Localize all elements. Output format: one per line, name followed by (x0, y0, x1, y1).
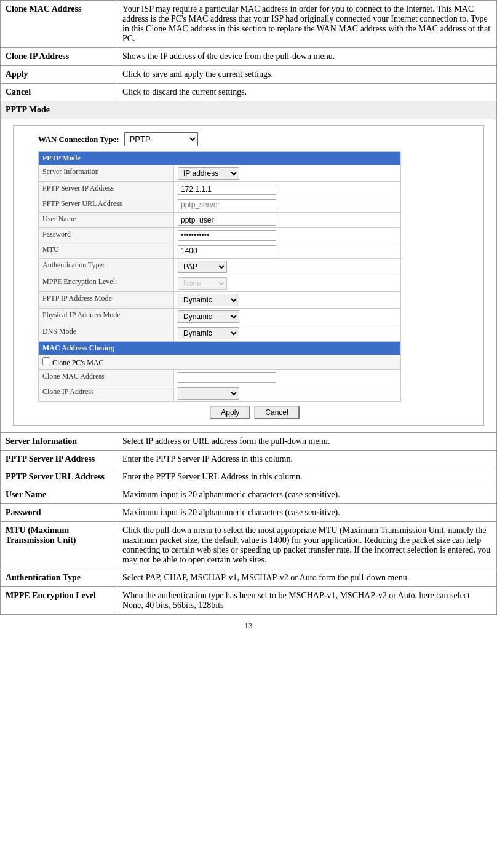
table-row: MPPE Encryption Level When the authentic… (1, 587, 497, 615)
pptp-ip-mode-row: PPTP IP Address Mode Dynamic (39, 292, 401, 309)
pptp-ip-mode-label: PPTP IP Address Mode (39, 292, 174, 309)
pptp-server-url-cell (174, 197, 401, 213)
table-row: Authentication Type Select PAP, CHAP, MS… (1, 569, 497, 587)
clone-pc-mac-checkbox[interactable] (42, 357, 50, 365)
pptp-mppe-select[interactable]: None (178, 277, 227, 290)
pptp-physical-ip-label: Physical IP Address Mode (39, 309, 174, 325)
pptp-server-ip-cell (174, 182, 401, 197)
pptp-screenshot: WAN Connection Type: PPTP PPTP Mode Serv… (13, 125, 484, 426)
pptp-dns-mode-cell: Dynamic (174, 325, 401, 342)
pptp-server-ip-label: PPTP Server IP Address (39, 182, 174, 197)
clone-mac-input[interactable] (178, 372, 276, 383)
clone-pc-mac-row: Clone PC's MAC (39, 355, 401, 370)
pptp-auth-type-cell: PAP (174, 259, 401, 275)
pptp-server-info-row: Server Information IP address (39, 165, 401, 182)
clone-mac-row: Clone MAC Address (39, 370, 401, 385)
pptp-physical-ip-select[interactable]: Dynamic (178, 310, 239, 323)
clone-mac-cell (174, 370, 401, 385)
pptp-dns-mode-select[interactable]: Dynamic (178, 327, 239, 339)
wan-connection-type-row: WAN Connection Type: PPTP (38, 132, 471, 146)
mac-cloning-header: MAC Address Cloning (39, 342, 401, 355)
mac-cloning-header-row: MAC Address Cloning (39, 342, 401, 355)
pptp-mode-header: PPTP Mode (39, 152, 401, 165)
pptp-dns-mode-label: DNS Mode (39, 325, 174, 342)
table-row: Apply Click to save and apply the curren… (1, 66, 497, 84)
pptp-section-title: PPTP Mode (1, 101, 497, 119)
table-row: PPTP Server URL Address Enter the PPTP S… (1, 468, 497, 486)
pptp-physical-ip-row: Physical IP Address Mode Dynamic (39, 309, 401, 325)
pptp-server-url-label: PPTP Server URL Address (39, 197, 174, 213)
row-desc: Select PAP, CHAP, MSCHAP-v1, MSCHAP-v2 o… (117, 569, 497, 587)
pptp-section-header: PPTP Mode (1, 101, 497, 119)
pptp-screenshot-row: WAN Connection Type: PPTP PPTP Mode Serv… (1, 119, 497, 433)
clone-mac-label: Clone MAC Address (39, 370, 174, 385)
pptp-server-info-label: Server Information (39, 165, 174, 182)
row-label: User Name (1, 486, 117, 504)
pptp-physical-ip-cell: Dynamic (174, 309, 401, 325)
clone-pc-mac-label[interactable]: Clone PC's MAC (42, 358, 104, 367)
pptp-mode-header-row: PPTP Mode (39, 152, 401, 165)
pptp-mtu-label: MTU (39, 243, 174, 259)
row-desc: Click the pull-down menu to select the m… (117, 522, 497, 569)
pptp-password-cell (174, 228, 401, 243)
pptp-server-url-input[interactable] (178, 199, 276, 210)
row-label: Clone IP Address (1, 48, 117, 66)
pptp-server-ip-input[interactable] (178, 184, 276, 195)
pptp-mtu-row: MTU (39, 243, 401, 259)
table-row: Clone MAC Address Your ISP may require a… (1, 1, 497, 48)
table-row: PPTP Server IP Address Enter the PPTP Se… (1, 451, 497, 468)
row-label: Authentication Type (1, 569, 117, 587)
pptp-password-row: Password (39, 228, 401, 243)
table-row: Server Information Select IP address or … (1, 433, 497, 451)
row-desc: Click to discard the current settings. (117, 84, 497, 101)
row-desc: Select IP address or URL address form th… (117, 433, 497, 451)
pptp-inner-table: PPTP Mode Server Information IP address (38, 151, 401, 402)
pptp-password-label: Password (39, 228, 174, 243)
pptp-username-row: User Name (39, 213, 401, 228)
pptp-btn-row: Apply Cancel (38, 406, 471, 419)
server-info-select[interactable]: IP address (178, 167, 239, 180)
pptp-dns-mode-row: DNS Mode Dynamic (39, 325, 401, 342)
wan-connection-type-select[interactable]: PPTP (124, 132, 198, 146)
row-label: Clone MAC Address (1, 1, 117, 48)
pptp-mtu-input[interactable] (178, 245, 276, 256)
row-label: Server Information (1, 433, 117, 451)
pptp-password-input[interactable] (178, 230, 276, 241)
clone-ip-select[interactable] (178, 387, 239, 400)
pptp-mppe-cell: None (174, 275, 401, 292)
table-row: Password Maximum input is 20 alphanumeri… (1, 504, 497, 522)
pptp-auth-type-label: Authentication Type: (39, 259, 174, 275)
row-desc: Enter the PPTP Server URL Address in thi… (117, 468, 497, 486)
pptp-server-ip-row: PPTP Server IP Address (39, 182, 401, 197)
table-row: User Name Maximum input is 20 alphanumer… (1, 486, 497, 504)
row-desc: Maximum input is 20 alphanumeric charact… (117, 486, 497, 504)
row-label: PPTP Server IP Address (1, 451, 117, 468)
row-label: MTU (Maximum Transmission Unit) (1, 522, 117, 569)
pptp-mppe-label: MPPE Encryption Level: (39, 275, 174, 292)
row-label: PPTP Server URL Address (1, 468, 117, 486)
pptp-username-input[interactable] (178, 215, 276, 226)
pptp-auth-type-row: Authentication Type: PAP (39, 259, 401, 275)
wan-type-label: WAN Connection Type: (38, 135, 119, 144)
pptp-username-label: User Name (39, 213, 174, 228)
row-desc: Click to save and apply the current sett… (117, 66, 497, 84)
row-desc: Your ISP may require a particular MAC ad… (117, 1, 497, 48)
main-content-table: Clone MAC Address Your ISP may require a… (0, 0, 497, 615)
clone-pc-mac-cell: Clone PC's MAC (39, 355, 401, 370)
row-desc: Shows the IP address of the device from … (117, 48, 497, 66)
pptp-server-info-cell: IP address (174, 165, 401, 182)
pptp-auth-type-select[interactable]: PAP (178, 261, 227, 273)
clone-ip-label: Clone IP Address (39, 385, 174, 402)
pptp-ip-mode-cell: Dynamic (174, 292, 401, 309)
pptp-cancel-button[interactable]: Cancel (254, 406, 299, 419)
row-label: Apply (1, 66, 117, 84)
clone-ip-cell (174, 385, 401, 402)
pptp-apply-button[interactable]: Apply (210, 406, 250, 419)
table-row: Cancel Click to discard the current sett… (1, 84, 497, 101)
page-number: 13 (0, 615, 497, 637)
pptp-screenshot-cell: WAN Connection Type: PPTP PPTP Mode Serv… (1, 119, 497, 433)
pptp-ip-mode-select[interactable]: Dynamic (178, 294, 239, 306)
pptp-username-cell (174, 213, 401, 228)
row-desc: Maximum input is 20 alphanumeric charact… (117, 504, 497, 522)
row-desc: Enter the PPTP Server IP Address in this… (117, 451, 497, 468)
